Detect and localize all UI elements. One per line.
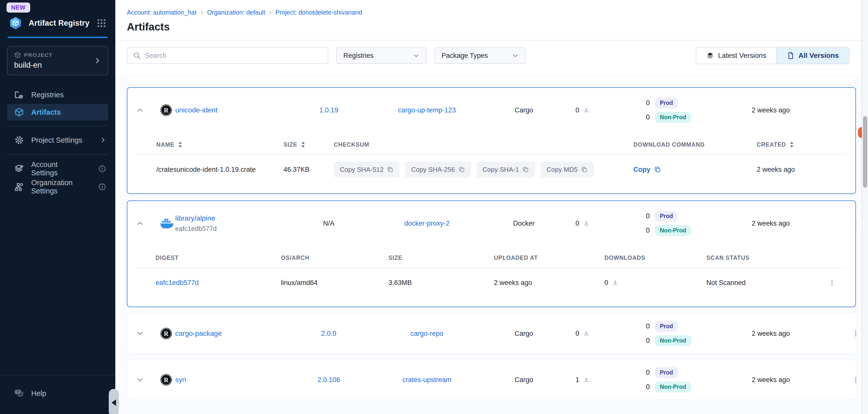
apps-grid-icon[interactable] (96, 18, 107, 28)
search-input[interactable] (145, 52, 322, 60)
row-menu-kebab-icon[interactable] (850, 328, 862, 339)
sidebar-divider (7, 126, 108, 126)
sidebar-item-label: Organization Settings (31, 179, 84, 195)
checksum-buttons: Copy SHA-512 Copy SHA-256 Copy SHA-1 (334, 162, 633, 178)
scrollbar-thumb[interactable] (863, 116, 867, 187)
download-icon (583, 330, 590, 337)
column-header-uploaded-at: UPLOADED AT (494, 254, 604, 261)
toolbar: Registries Package Types Latest (115, 40, 868, 75)
registries-filter-dropdown[interactable]: Registries (336, 47, 427, 64)
help-button[interactable]: ? Help (0, 384, 115, 403)
sidebar-item-registries[interactable]: Registries (0, 86, 115, 104)
artifact-registry-link[interactable]: cargo-repo (411, 330, 443, 337)
breadcrumb-project-link[interactable]: Project: donotdelete-shivanand (275, 9, 362, 16)
copy-download-command-button[interactable]: Copy (633, 166, 661, 174)
sidebar-item-project-settings[interactable]: Project Settings (0, 131, 115, 149)
deployments-cell: 0Prod 0Non-Prod (641, 98, 742, 123)
artifact-name-link[interactable]: cargo-package (175, 330, 222, 337)
artifact-name-link[interactable]: library/alpine (175, 214, 215, 222)
column-header-created[interactable]: CREATED (757, 141, 848, 148)
created-date: 2 weeks ago (742, 330, 850, 338)
expand-row-button[interactable] (133, 327, 147, 340)
scrolled-row-remnant (127, 77, 856, 84)
artifact-card-syn: R syn 2.0.106 crates-upstream Cargo 1 0P… (127, 360, 856, 400)
artifact-version: N/A (293, 219, 364, 228)
artifact-row: R syn 2.0.106 crates-upstream Cargo 1 0P… (127, 360, 856, 399)
file-size: 46.37KB (283, 166, 334, 174)
sidebar-item-account-settings[interactable]: Account Settings (0, 160, 115, 178)
artifact-name-link[interactable]: unicode-ident (175, 106, 217, 114)
artifact-card-cargo-package: R cargo-package 2.0.0 cargo-repo Cargo 0… (127, 314, 856, 353)
prod-badge: Prod (655, 367, 678, 378)
artifact-version-link[interactable]: 1.0.19 (319, 106, 338, 114)
downloads-count: 0 (558, 330, 641, 338)
page-title: Artifacts (127, 21, 849, 33)
all-versions-button[interactable]: All Versions (776, 47, 849, 64)
layers-gear-icon (14, 164, 24, 174)
chevron-right-icon (100, 137, 106, 143)
artifact-version-link[interactable]: 2.0.0 (321, 330, 336, 337)
non-prod-count: 0 (646, 383, 650, 391)
package-types-filter-dropdown[interactable]: Package Types (434, 47, 526, 64)
package-type: Docker (490, 219, 558, 228)
notification-side-tab[interactable] (858, 127, 862, 138)
downloads-count: 0 (558, 219, 641, 228)
copy-sha512-button[interactable]: Copy SHA-512 (334, 162, 400, 178)
info-icon[interactable] (98, 165, 106, 173)
svg-text:R: R (164, 107, 169, 114)
collapse-row-button[interactable] (133, 103, 147, 117)
copy-sha256-button[interactable]: Copy SHA-256 (405, 162, 471, 178)
latest-versions-button[interactable]: Latest Versions (696, 47, 776, 64)
downloads-count: 1 (558, 376, 641, 384)
row-menu-kebab-icon[interactable] (826, 277, 838, 288)
digest-downloads: 0 (604, 279, 706, 287)
sort-icon (789, 141, 795, 148)
row-menu-kebab-icon[interactable] (850, 374, 862, 386)
sort-icon (300, 141, 306, 148)
download-icon (612, 279, 619, 286)
sidebar-collapse-handle[interactable] (109, 389, 119, 414)
latest-versions-label: Latest Versions (718, 51, 766, 60)
expand-row-button[interactable] (133, 373, 147, 387)
copy-md5-button[interactable]: Copy MD5 (540, 162, 594, 178)
sidebar-item-artifacts[interactable]: Artifacts (7, 104, 108, 120)
row-menu-kebab-icon[interactable] (850, 217, 862, 229)
rust-package-icon: R (160, 374, 172, 386)
artifact-registry-link[interactable]: cargo-up-temp-123 (398, 106, 456, 114)
row-menu-kebab-icon[interactable] (850, 104, 862, 116)
column-header-size[interactable]: SIZE (283, 141, 334, 148)
page-scrollbar (862, 0, 868, 414)
svg-text:?: ? (17, 390, 19, 394)
column-header-download-command: DOWNLOAD COMMAND (633, 141, 757, 148)
brand-underline (7, 37, 108, 38)
file-row: /cratesunicode-ident-1.0.19.crate 46.37K… (135, 155, 848, 184)
column-header-checksum: CHECKSUM (334, 141, 633, 148)
help-chat-icon: ? (14, 388, 24, 399)
layers-icon (706, 52, 714, 59)
copy-sha1-button[interactable]: Copy SHA-1 (476, 162, 535, 178)
project-selector[interactable]: PROJECT build-en (7, 46, 108, 75)
artifact-registry-link[interactable]: crates-upstream (402, 376, 452, 384)
all-versions-label: All Versions (799, 51, 839, 60)
digest-row: eafc1edb577d linux/amd64 3.63MB 2 weeks … (135, 268, 848, 298)
artifact-version-link[interactable]: 2.0.106 (317, 376, 340, 384)
artifact-registry-link[interactable]: docker-proxy-2 (404, 219, 450, 227)
digest-link[interactable]: eafc1edb577d (156, 279, 198, 286)
main-content: Account: automation_har › Organization: … (115, 0, 868, 414)
column-header-os-arch: OS/ARCH (281, 254, 389, 261)
prod-count: 0 (646, 322, 650, 330)
info-icon[interactable] (98, 183, 106, 191)
non-prod-count: 0 (646, 113, 650, 121)
sidebar-item-label: Registries (31, 91, 64, 99)
artifact-name-link[interactable]: syn (175, 376, 186, 384)
column-header-name[interactable]: NAME (135, 141, 283, 148)
collapse-row-button[interactable] (133, 216, 147, 230)
breadcrumb-account-link[interactable]: Account: automation_har (127, 9, 197, 16)
sidebar-item-organization-settings[interactable]: Organization Settings (0, 178, 115, 196)
download-icon (583, 220, 590, 227)
image-size: 3.63MB (389, 279, 494, 287)
artifact-row: library/alpine eafc1edb577d N/A docker-p… (127, 201, 856, 246)
created-date: 2 weeks ago (742, 376, 850, 384)
file-name: /cratesunicode-ident-1.0.19.crate (135, 166, 283, 174)
breadcrumb-organization-link[interactable]: Organization: default (207, 9, 265, 16)
